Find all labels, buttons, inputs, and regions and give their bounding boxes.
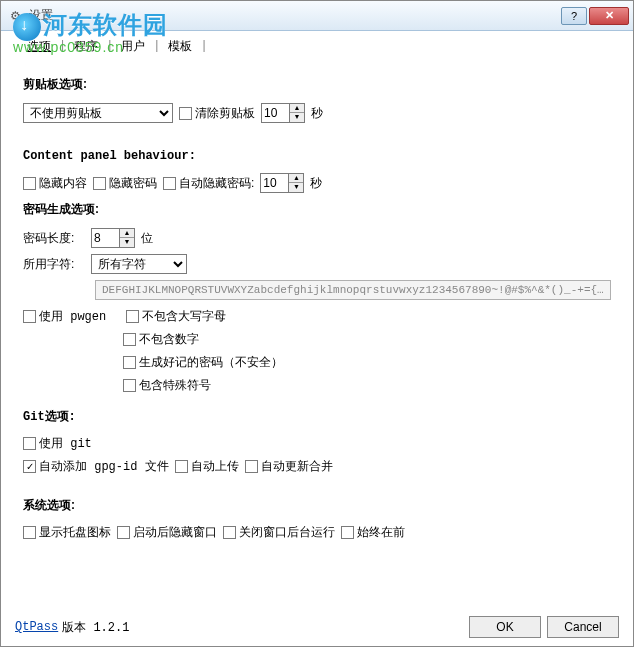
titlebar: ⚙ 设置 ? ✕ [1, 1, 633, 31]
autohide-timeout-stepper[interactable]: ▲▼ [260, 173, 304, 193]
start-hidden-checkbox[interactable]: 启动后隐藏窗口 [117, 524, 217, 541]
pwlen-stepper[interactable]: ▲▼ [91, 228, 135, 248]
tray-icon-checkbox[interactable]: 显示托盘图标 [23, 524, 111, 541]
charset-label: 所用字符: [23, 256, 85, 273]
hide-password-checkbox[interactable]: 隐藏密码 [93, 175, 157, 192]
tab-templates[interactable]: 模板 [160, 35, 200, 58]
always-on-top-checkbox[interactable]: 始终在前 [341, 524, 405, 541]
tab-programs[interactable]: 程序 [66, 35, 106, 58]
chevron-down-icon: ▼ [289, 183, 303, 192]
tab-users[interactable]: 用户 [113, 35, 153, 58]
clipboard-timeout-stepper[interactable]: ▲▼ [261, 103, 305, 123]
hide-content-checkbox[interactable]: 隐藏内容 [23, 175, 87, 192]
auto-hide-password-checkbox[interactable]: 自动隐藏密码: [163, 175, 254, 192]
sys-title: 系统选项: [23, 497, 611, 514]
clipboard-mode-select[interactable]: 不使用剪贴板 [23, 103, 173, 123]
panel-title: Content panel behaviour: [23, 149, 611, 163]
pwgen-title: 密码生成选项: [23, 201, 611, 218]
chevron-down-icon: ▼ [120, 238, 134, 247]
clear-clipboard-checkbox[interactable]: 清除剪贴板 [179, 105, 255, 122]
clipboard-title: 剪贴板选项: [23, 76, 611, 93]
auto-push-checkbox[interactable]: 自动上传 [175, 458, 239, 475]
use-pwgen-checkbox[interactable]: 使用 pwgen [23, 308, 106, 325]
cancel-button[interactable]: Cancel [547, 616, 619, 638]
chevron-down-icon: ▼ [290, 113, 304, 122]
special-chars-checkbox[interactable]: 包含特殊符号 [123, 377, 211, 394]
footer: QtPass 版本 1.2.1 OK Cancel [1, 616, 633, 638]
auto-pull-checkbox[interactable]: 自动更新合并 [245, 458, 333, 475]
version-text: 版本 1.2.1 [62, 619, 129, 636]
pwlen-label: 密码长度: [23, 230, 85, 247]
chevron-up-icon: ▲ [290, 104, 304, 113]
no-uppercase-checkbox[interactable]: 不包含大写字母 [126, 308, 226, 325]
chevron-up-icon: ▲ [289, 174, 303, 183]
ok-button[interactable]: OK [469, 616, 541, 638]
help-button[interactable]: ? [561, 7, 587, 25]
tabs: 选项 | 程序 | 用户 | 模板 | [1, 31, 633, 58]
auto-add-gpgid-checkbox[interactable]: 自动添加 gpg-id 文件 [23, 458, 169, 475]
use-git-checkbox[interactable]: 使用 git [23, 435, 92, 452]
memorable-checkbox[interactable]: 生成好记的密码（不安全） [123, 354, 283, 371]
qtpass-link[interactable]: QtPass [15, 620, 58, 634]
chevron-up-icon: ▲ [120, 229, 134, 238]
app-icon: ⚙ [7, 8, 23, 24]
git-title: Git选项: [23, 408, 611, 425]
window-title: 设置 [29, 7, 561, 24]
tab-options[interactable]: 选项 [19, 35, 59, 58]
no-digits-checkbox[interactable]: 不包含数字 [123, 331, 199, 348]
charset-select[interactable]: 所有字符 [91, 254, 187, 274]
charset-display: DEFGHIJKLMNOPQRSTUVWXYZabcdefghijklmnopq… [95, 280, 611, 300]
close-background-checkbox[interactable]: 关闭窗口后台运行 [223, 524, 335, 541]
close-button[interactable]: ✕ [589, 7, 629, 25]
